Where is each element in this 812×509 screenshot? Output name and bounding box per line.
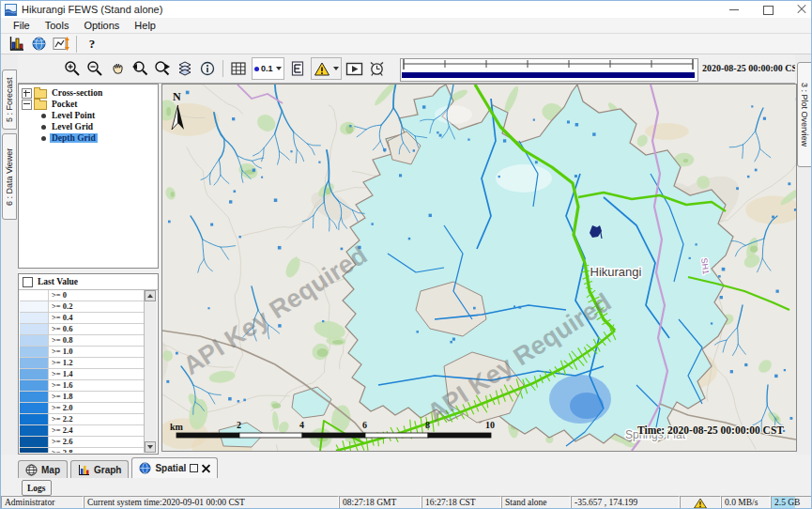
tab-close-icon[interactable] — [202, 464, 210, 472]
legend-label: >= 2.2 — [49, 414, 145, 424]
legend-swatch — [20, 437, 49, 447]
scroll-up-icon[interactable] — [145, 290, 156, 301]
legend-label: >= 2.6 — [49, 437, 145, 447]
spatial-display-button[interactable] — [27, 32, 50, 56]
menu-bar: File Tools Options Help — [1, 18, 812, 34]
legend-row[interactable]: >= 1.4 — [20, 369, 145, 380]
menu-help[interactable]: Help — [128, 19, 162, 32]
legend-row[interactable]: >= 1.0 — [20, 347, 145, 358]
legend-row[interactable]: >= 2.8 — [20, 448, 145, 453]
logs-button[interactable]: Logs — [22, 480, 52, 496]
scroll-down-icon[interactable] — [145, 441, 156, 453]
zoom-out-button[interactable] — [84, 56, 106, 81]
minimize-icon[interactable] — [728, 4, 740, 15]
tab-graph[interactable]: Graph — [70, 460, 129, 478]
tab-spatial[interactable]: Spatial — [131, 457, 218, 478]
map-view[interactable]: API Key Required API Key Required Hikura… — [161, 84, 797, 452]
svg-text:2: 2 — [237, 420, 241, 430]
legend-label: >= 0.8 — [49, 335, 145, 346]
left-tab-strip: 5 : Forecast 6 : Data Viewer — [1, 54, 18, 457]
zoom-next-button[interactable] — [151, 56, 174, 81]
legend-row[interactable]: >= 0.4 — [20, 313, 145, 324]
grid-display-button[interactable] — [227, 56, 250, 81]
legend-swatch — [20, 335, 49, 346]
legend-title: Last Value — [38, 277, 78, 286]
legend-scrollbar[interactable] — [144, 290, 157, 453]
map-canvas[interactable]: API Key Required API Key Required Hikura… — [162, 85, 796, 451]
legend-row[interactable]: >= 2.0 — [20, 403, 145, 414]
legend-label: >= 0.6 — [49, 324, 145, 334]
legend-swatch — [20, 313, 49, 323]
status-user: Administrator — [1, 496, 84, 509]
legend-row[interactable]: >= 1.6 — [20, 380, 145, 392]
grid-icon — [230, 60, 247, 77]
pan-button[interactable] — [106, 56, 129, 81]
legend-swatch — [20, 290, 49, 301]
tab-plot-overview[interactable]: 3 : Plot Overview — [797, 62, 812, 167]
layers-button[interactable] — [174, 56, 196, 81]
forecast-dialog-button[interactable] — [5, 32, 27, 56]
legend-row[interactable]: >= 2.4 — [20, 425, 145, 437]
warning-icon — [314, 61, 330, 77]
warnings-dropdown[interactable] — [311, 57, 342, 80]
media-panel-icon — [345, 61, 363, 77]
legend-label: >= 1.4 — [49, 369, 145, 379]
threshold-dropdown[interactable]: 0.1 — [252, 57, 284, 80]
tab-maximize-icon[interactable] — [190, 464, 198, 472]
maximize-icon[interactable] — [762, 4, 774, 15]
last-value-checkbox[interactable] — [23, 277, 33, 287]
legend-label: >= 1.0 — [49, 347, 145, 357]
info-button[interactable] — [196, 56, 219, 81]
menu-tools[interactable]: Tools — [38, 19, 76, 32]
legend-panel: Last Value >= 0>= 0.2>= 0.4>= 0.6>= 0.8>… — [18, 273, 159, 455]
legend-row[interactable]: >= 2.2 — [20, 414, 145, 425]
bar-chart-icon — [8, 36, 24, 52]
graph-bars-icon — [78, 464, 90, 476]
tree-item-cross-section[interactable]: Cross-section — [19, 87, 158, 99]
status-warning[interactable] — [680, 496, 721, 509]
help-button[interactable]: ? — [81, 32, 103, 56]
legend-row[interactable]: >= 2.6 — [20, 437, 145, 448]
legend-row[interactable]: >= 1.8 — [20, 392, 145, 403]
animation-panel-button[interactable] — [344, 56, 366, 81]
legend-row[interactable]: >= 0.6 — [20, 324, 145, 335]
tree-item-depth-grid[interactable]: Depth Grid — [19, 132, 158, 144]
time-slider-bar[interactable] — [402, 72, 695, 78]
right-tab-strip: 3 : Plot Overview — [795, 54, 812, 457]
legend-row[interactable]: >= 0 — [20, 290, 145, 301]
folder-icon — [34, 100, 47, 110]
legend-swatch — [20, 448, 49, 453]
tab-forecast[interactable]: 5 : Forecast — [2, 69, 17, 130]
collapse-icon[interactable] — [22, 100, 32, 110]
expand-icon[interactable] — [22, 88, 32, 99]
timeseries-display-button[interactable] — [50, 32, 72, 56]
status-coordinates: -35.657 , 174.199 — [571, 496, 680, 509]
time-slider[interactable] — [400, 58, 698, 82]
legend-row[interactable]: >= 0.2 — [20, 301, 145, 313]
close-icon[interactable] — [796, 4, 807, 15]
spatial-globe-icon — [139, 462, 151, 474]
menu-options[interactable]: Options — [77, 19, 126, 32]
tab-map[interactable]: Map — [18, 460, 68, 478]
status-throughput: 0.0 MB/s — [721, 496, 771, 509]
contour-labels-icon — [290, 60, 305, 77]
shallow-patch — [435, 105, 472, 124]
app-logo-icon — [5, 4, 17, 16]
legend-row[interactable]: >= 0.8 — [20, 335, 145, 347]
svg-text:8: 8 — [425, 420, 430, 430]
legend-swatch — [20, 392, 49, 402]
tree-item-level-grid[interactable]: Level Grid — [19, 121, 158, 132]
legend-label: >= 1.8 — [49, 392, 145, 402]
status-mode: Stand alone — [501, 496, 571, 509]
contour-labels-button[interactable] — [286, 56, 309, 81]
zoom-previous-button[interactable] — [129, 56, 151, 81]
tree-item-pocket[interactable]: Pocket — [19, 99, 158, 110]
legend-swatch — [20, 347, 49, 357]
zoom-in-button[interactable] — [61, 56, 84, 81]
legend-row[interactable]: >= 1.2 — [20, 358, 145, 369]
time-settings-button[interactable] — [366, 56, 389, 81]
tab-data-viewer[interactable]: 6 : Data Viewer — [2, 133, 17, 220]
tree-item-level-point[interactable]: Level Point — [19, 110, 158, 121]
menu-file[interactable]: File — [7, 19, 37, 32]
title-bar: Hikurangi FEWS (Stand alone) — [1, 1, 812, 19]
